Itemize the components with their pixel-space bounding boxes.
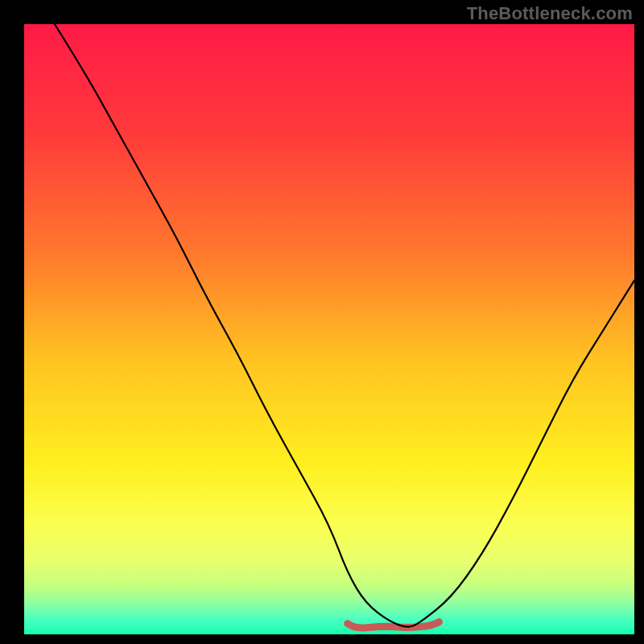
bottleneck-chart [0, 0, 644, 644]
chart-background-gradient [24, 24, 634, 634]
chart-green-band [24, 630, 634, 634]
chart-root: TheBottleneck.com [0, 0, 644, 644]
